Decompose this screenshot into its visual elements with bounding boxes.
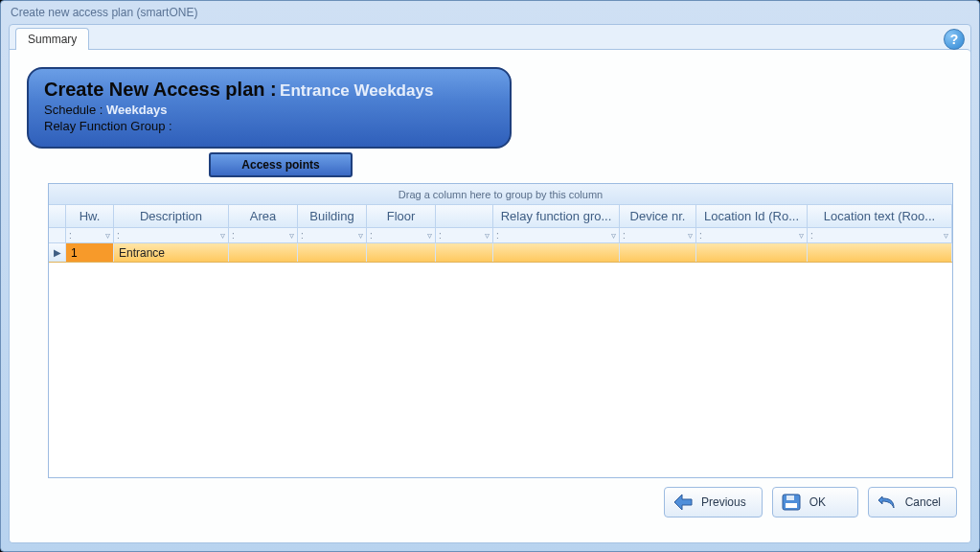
grid-filter-row: :▿ :▿ :▿ :▿ :▿ :▿ :▿ :▿ :▿ :▿	[49, 228, 952, 243]
relay-group-label: Relay Function Group :	[44, 119, 172, 133]
cell-building[interactable]	[298, 243, 367, 262]
filter-description[interactable]: :▿	[114, 228, 229, 242]
tab-summary[interactable]: Summary	[15, 28, 89, 50]
tabs-row: Summary ?	[10, 25, 970, 50]
dialog-body: Summary ? Create New Access plan : Entra…	[9, 24, 971, 543]
svg-rect-2	[786, 495, 794, 500]
filter-icon[interactable]: ▿	[485, 230, 490, 241]
section-tab-access-points[interactable]: Access points	[209, 152, 353, 177]
ok-label: OK	[809, 495, 826, 509]
hero-panel: Create New Access plan : Entrance Weekda…	[27, 67, 512, 149]
cell-blank[interactable]	[436, 243, 493, 262]
filter-icon[interactable]: ▿	[944, 230, 948, 241]
filter-floor[interactable]: :▿	[367, 228, 436, 242]
cell-hw[interactable]: 1	[66, 243, 114, 262]
filter-blank[interactable]: :▿	[436, 228, 493, 242]
arrow-left-icon	[672, 493, 694, 512]
grid: Drag a column here to group by this colu…	[48, 183, 953, 478]
hero-plan-name: Entrance Weekdays	[280, 81, 433, 100]
grid-group-bar[interactable]: Drag a column here to group by this colu…	[49, 184, 952, 205]
filter-hw[interactable]: :▿	[66, 228, 114, 242]
col-hw[interactable]: Hw.	[66, 205, 114, 227]
filter-icon[interactable]: ▿	[688, 230, 693, 241]
schedule-label: Schedule :	[44, 103, 103, 117]
hero-title-prefix: Create New Access plan :	[44, 79, 277, 100]
filter-indicator	[49, 228, 66, 242]
col-location-id[interactable]: Location Id (Ro...	[696, 205, 808, 227]
filter-icon[interactable]: ▿	[358, 230, 363, 241]
col-floor[interactable]: Floor	[367, 205, 436, 227]
filter-location-text[interactable]: :▿	[808, 228, 952, 242]
window-titlebar: Create new access plan (smartONE)	[1, 1, 979, 24]
save-icon	[781, 493, 802, 512]
cell-floor[interactable]	[367, 243, 436, 262]
col-description[interactable]: Description	[114, 205, 229, 227]
filter-icon[interactable]: ▿	[220, 230, 225, 241]
grid-header-row: Hw. Description Area Building Floor Rela…	[49, 205, 952, 228]
window: Create new access plan (smartONE) Summar…	[0, 0, 980, 552]
col-building[interactable]: Building	[298, 205, 367, 227]
col-device-nr[interactable]: Device nr.	[620, 205, 696, 227]
row-indicator-icon: ▶	[49, 243, 66, 262]
schedule-value: Weekdays	[106, 103, 167, 117]
cell-location-id[interactable]	[696, 243, 808, 262]
footer: Previous OK Cancel	[10, 478, 970, 526]
previous-button[interactable]: Previous	[664, 487, 763, 518]
col-indicator	[49, 205, 66, 227]
filter-location-id[interactable]: :▿	[696, 228, 808, 242]
cell-location-text[interactable]	[808, 243, 952, 262]
cell-device-nr[interactable]	[620, 243, 696, 262]
filter-icon[interactable]: ▿	[289, 230, 294, 241]
previous-label: Previous	[701, 495, 746, 509]
cell-area[interactable]	[229, 243, 298, 262]
filter-area[interactable]: :▿	[229, 228, 298, 242]
tab-content: Create New Access plan : Entrance Weekda…	[10, 49, 970, 542]
cancel-button[interactable]: Cancel	[868, 487, 957, 518]
cell-relay-function-group[interactable]	[493, 243, 620, 262]
col-area[interactable]: Area	[229, 205, 298, 227]
cell-description[interactable]: Entrance	[114, 243, 229, 262]
cancel-label: Cancel	[905, 495, 941, 509]
col-blank[interactable]	[436, 205, 493, 227]
filter-icon[interactable]: ▿	[427, 230, 432, 241]
filter-icon[interactable]: ▿	[105, 230, 110, 241]
filter-device-nr[interactable]: :▿	[620, 228, 696, 242]
undo-icon	[877, 493, 898, 512]
table-row[interactable]: ▶ 1 Entrance	[49, 243, 952, 263]
filter-icon[interactable]: ▿	[799, 230, 804, 241]
filter-icon[interactable]: ▿	[611, 230, 616, 241]
col-location-text[interactable]: Location text (Roo...	[808, 205, 952, 227]
help-icon[interactable]: ?	[944, 29, 965, 50]
col-relay-function-group[interactable]: Relay function gro...	[493, 205, 620, 227]
svg-rect-1	[786, 503, 797, 508]
window-title: Create new access plan (smartONE)	[11, 6, 197, 19]
ok-button[interactable]: OK	[772, 487, 858, 518]
filter-building[interactable]: :▿	[298, 228, 367, 242]
filter-relay-function-group[interactable]: :▿	[493, 228, 620, 242]
